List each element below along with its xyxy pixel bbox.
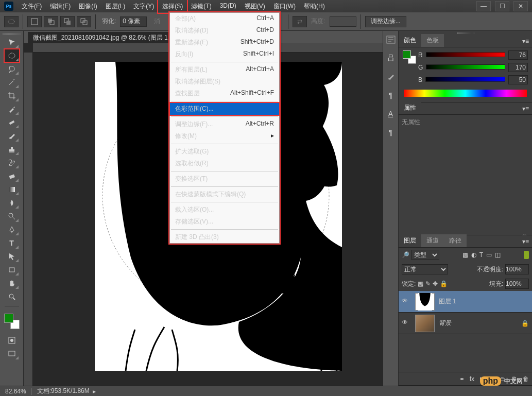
link-layers-icon[interactable]: ⚭ <box>459 375 465 383</box>
minimize-button[interactable]: ― <box>476 1 491 11</box>
close-button[interactable]: ✕ <box>513 1 528 11</box>
menu-item-11[interactable]: 调整边缘(F)...Alt+Ctrl+R <box>170 118 279 130</box>
panel-menu-icon[interactable]: ▾≡ <box>519 36 532 47</box>
layer-row[interactable]: 👁 背景 🔒 <box>399 313 532 334</box>
tab-channels[interactable]: 通道 <box>421 234 444 247</box>
menu-layer[interactable]: 图层(L) <box>101 0 130 13</box>
delete-layer-icon[interactable]: 🗑 <box>523 375 529 383</box>
menu-file[interactable]: 文件(F) <box>18 0 46 13</box>
panel-grip-icon[interactable] <box>457 32 474 34</box>
tab-color[interactable]: 颜色 <box>399 34 421 47</box>
blend-mode-select[interactable]: 正常 <box>402 264 448 274</box>
history-brush-tool[interactable] <box>5 157 19 169</box>
menu-item-12[interactable]: 修改(M)▸ <box>170 130 279 142</box>
tab-properties[interactable]: 属性 <box>399 101 421 114</box>
g-input[interactable] <box>508 63 528 72</box>
menu-item-22[interactable]: 存储选区(V)... <box>170 216 279 228</box>
character-panel-icon[interactable]: 吕 <box>386 54 396 63</box>
menu-item-17[interactable]: 变换选区(T) <box>170 173 279 185</box>
path-select-tool[interactable] <box>5 250 19 263</box>
menu-item-9[interactable]: 色彩范围(C)... <box>170 103 279 115</box>
brush-panel-icon[interactable] <box>386 72 396 81</box>
zoom-tool[interactable] <box>5 290 19 303</box>
zoom-level[interactable]: 82.64% <box>5 388 26 395</box>
menu-item-1[interactable]: 取消选择(D)Ctrl+D <box>170 25 279 37</box>
wand-tool[interactable] <box>5 76 19 89</box>
fill-input[interactable] <box>505 279 529 289</box>
refine-edge-button[interactable]: 调整边缘... <box>365 16 406 27</box>
screenmode-tool[interactable] <box>5 348 19 360</box>
sel-intersect-icon[interactable] <box>77 16 91 27</box>
eraser-tool[interactable] <box>5 170 19 182</box>
menu-text[interactable]: 文字(Y) <box>129 0 158 13</box>
menu-item-15[interactable]: 选取相似(R) <box>170 158 279 169</box>
menu-filter[interactable]: 滤镜(T) <box>187 0 215 13</box>
menu-edit[interactable]: 编辑(E) <box>46 0 75 13</box>
tool-preset-icon[interactable] <box>4 16 19 27</box>
panel-menu-icon[interactable]: ▾≡ <box>519 103 532 114</box>
r-slider[interactable] <box>426 52 505 58</box>
fx-icon[interactable]: fx <box>470 375 474 383</box>
document-size[interactable]: 文档:953.5K/1.86M <box>37 387 90 395</box>
r-input[interactable] <box>508 50 528 60</box>
filter-shape-icon[interactable]: ▭ <box>486 251 492 259</box>
stamp-tool[interactable] <box>5 143 19 156</box>
filter-adjust-icon[interactable]: ◐ <box>471 251 476 259</box>
menu-window[interactable]: 窗口(W) <box>269 0 300 13</box>
spectrum-bar[interactable] <box>404 90 527 97</box>
menu-help[interactable]: 帮助(H) <box>300 0 329 13</box>
menu-item-7[interactable]: 查找图层Alt+Shift+Ctrl+F <box>170 88 279 99</box>
dodge-tool[interactable] <box>5 210 19 222</box>
filter-toggle[interactable] <box>524 251 529 259</box>
document-tab[interactable]: 微信截图_20210816091042.jpg @ 82.6% (图层 1, <box>28 32 175 43</box>
heal-tool[interactable] <box>5 116 19 129</box>
menu-item-3[interactable]: 反向(I)Shift+Ctrl+I <box>170 48 279 60</box>
layer-thumbnail[interactable] <box>415 293 435 311</box>
paragraph-panel-icon[interactable]: ¶ <box>386 91 396 100</box>
history-panel-icon[interactable] <box>386 35 396 44</box>
tab-layers[interactable]: 图层 <box>399 234 421 247</box>
pen-tool[interactable] <box>5 223 19 236</box>
menu-view[interactable]: 视图(V) <box>241 0 269 13</box>
layer-name[interactable]: 图层 1 <box>439 297 456 306</box>
fg-swatch-small[interactable] <box>403 50 411 59</box>
sel-add-icon[interactable] <box>44 16 58 27</box>
filter-text-icon[interactable]: T <box>479 251 483 259</box>
sel-sub-icon[interactable] <box>60 16 75 27</box>
menu-3d[interactable]: 3D(D) <box>216 0 241 13</box>
color-swatches[interactable] <box>4 314 20 329</box>
lock-pos-icon[interactable]: ✥ <box>433 280 438 287</box>
lock-all-icon[interactable]: 🔒 <box>440 280 448 287</box>
crop-tool[interactable] <box>5 90 19 102</box>
text-panel-icon[interactable]: A <box>386 109 396 118</box>
filter-pixel-icon[interactable]: ▩ <box>462 251 468 259</box>
menu-item-21[interactable]: 载入选区(O)... <box>170 204 279 216</box>
visibility-icon[interactable]: 👁 <box>402 319 411 328</box>
filter-smart-icon[interactable]: ◫ <box>495 251 501 259</box>
maximize-button[interactable]: ☐ <box>495 1 509 11</box>
menu-item-6[interactable]: 取消选择图层(S) <box>170 76 279 88</box>
eyedropper-tool[interactable] <box>5 103 19 115</box>
opacity-input[interactable] <box>505 264 529 274</box>
lasso-tool[interactable] <box>5 63 19 75</box>
shape-tool[interactable] <box>5 264 19 276</box>
g-slider[interactable] <box>426 64 505 71</box>
lock-paint-icon[interactable]: ✎ <box>425 280 431 287</box>
styles-panel-icon[interactable]: ¶ <box>386 128 396 137</box>
ruler-vertical[interactable] <box>24 53 33 386</box>
text-tool[interactable]: T <box>5 237 19 249</box>
tab-swatches[interactable]: 色板 <box>421 34 444 47</box>
feather-input[interactable] <box>120 16 147 27</box>
marquee-tool[interactable] <box>5 49 19 62</box>
panel-menu-icon[interactable]: ▾≡ <box>519 236 532 247</box>
gradient-tool[interactable] <box>5 183 19 196</box>
hand-tool[interactable] <box>5 277 19 289</box>
menu-item-14[interactable]: 扩大选取(G) <box>170 146 279 158</box>
visibility-icon[interactable]: 👁 <box>402 297 411 306</box>
b-slider[interactable] <box>425 77 505 83</box>
brush-tool[interactable] <box>5 130 19 142</box>
layer-row[interactable]: 👁 图层 1 <box>399 291 532 313</box>
menu-item-19[interactable]: 在快速蒙版模式下编辑(Q) <box>170 188 279 200</box>
menu-item-0[interactable]: 全部(A)Ctrl+A <box>170 13 279 25</box>
move-tool[interactable] <box>5 36 19 48</box>
